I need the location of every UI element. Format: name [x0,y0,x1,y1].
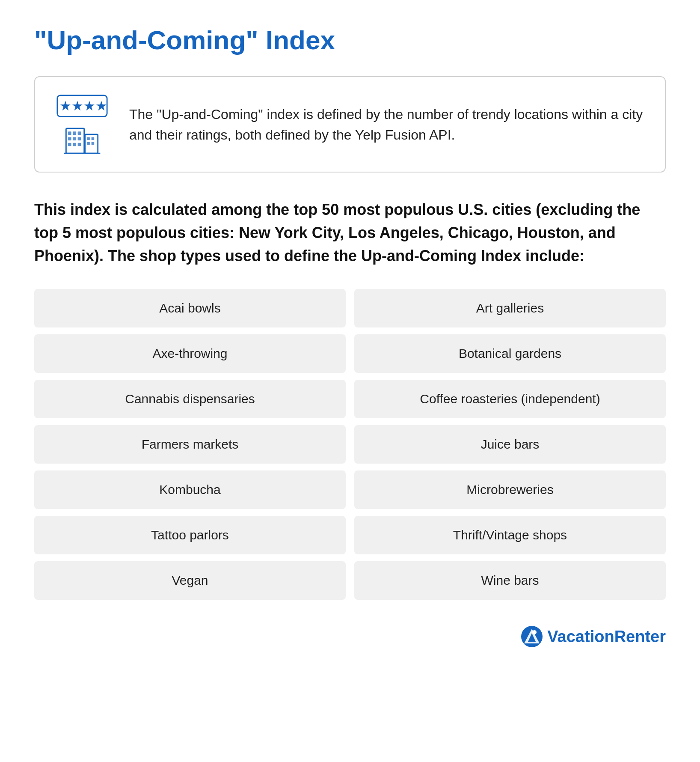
building-icon [63,120,101,155]
shop-type-cell-right: Juice bars [354,425,666,464]
info-description: The "Up-and-Coming" index is defined by … [129,104,644,145]
shop-types-grid: Acai bowlsArt galleriesAxe-throwingBotan… [34,289,666,600]
shop-type-row: KombuchaMicrobreweries [34,470,666,509]
brand-name: VacationRenter [547,628,666,646]
shop-type-cell-right: Art galleries [354,289,666,327]
shop-type-row: Cannabis dispensariesCoffee roasteries (… [34,380,666,418]
svg-rect-15 [87,142,90,145]
stars-icon: ★★★★★ [56,94,108,118]
shop-type-cell-left: Tattoo parlors [34,516,346,554]
svg-rect-8 [73,137,76,141]
svg-rect-9 [78,137,81,141]
shop-type-cell-right: Botanical gardens [354,334,666,373]
shop-type-cell-left: Acai bowls [34,289,346,327]
info-icon-container: ★★★★★ [56,94,108,155]
svg-rect-13 [87,137,90,140]
svg-rect-10 [68,143,71,146]
shop-type-cell-left: Vegan [34,561,346,600]
footer: VacationRenter [34,625,666,648]
shop-type-cell-left: Axe-throwing [34,334,346,373]
svg-rect-3 [85,134,98,153]
shop-type-row: Tattoo parlorsThrift/Vintage shops [34,516,666,554]
svg-rect-12 [78,143,81,146]
svg-rect-6 [78,132,81,135]
shop-type-cell-right: Coffee roasteries (independent) [354,380,666,418]
svg-rect-4 [68,132,71,135]
svg-point-21 [532,630,537,634]
shop-type-cell-right: Thrift/Vintage shops [354,516,666,554]
shop-type-cell-left: Farmers markets [34,425,346,464]
shop-type-row: VeganWine bars [34,561,666,600]
shop-type-row: Acai bowlsArt galleries [34,289,666,327]
info-box: ★★★★★ The "Up-and-Coming" in [34,76,666,173]
svg-rect-5 [73,132,76,135]
brand-logo: VacationRenter [521,625,666,648]
svg-rect-7 [68,137,71,141]
main-description: This index is calculated among the top 5… [34,198,666,268]
svg-text:★★★★★: ★★★★★ [59,98,108,113]
page-title: "Up-and-Coming" Index [34,26,666,55]
shop-type-cell-right: Wine bars [354,561,666,600]
shop-type-row: Farmers marketsJuice bars [34,425,666,464]
shop-type-row: Axe-throwingBotanical gardens [34,334,666,373]
brand-icon [521,625,543,648]
svg-rect-11 [73,143,76,146]
shop-type-cell-right: Microbreweries [354,470,666,509]
svg-rect-16 [92,142,95,145]
shop-type-cell-left: Kombucha [34,470,346,509]
shop-type-cell-left: Cannabis dispensaries [34,380,346,418]
svg-rect-14 [92,137,95,140]
